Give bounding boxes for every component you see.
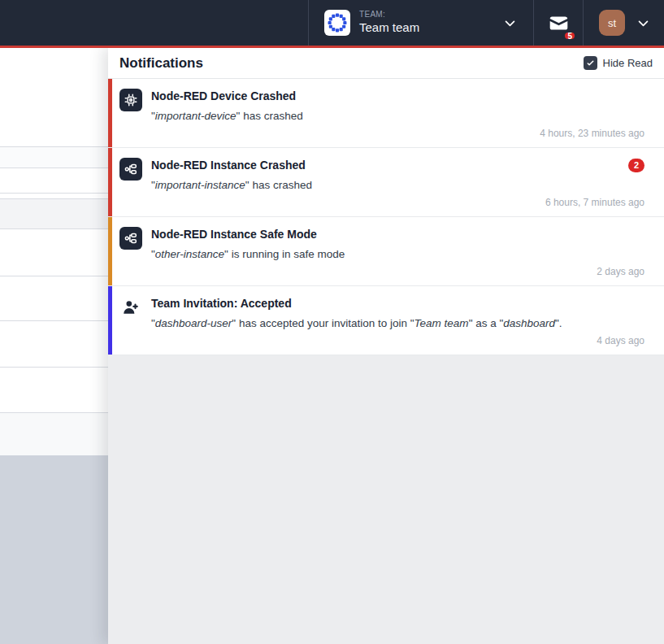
nr-instance-icon [119, 227, 142, 250]
navbar-empty-area [0, 0, 308, 46]
notification-item[interactable]: Node-RED Device Crashed "important-devic… [108, 79, 664, 148]
notification-title: Node-RED Device Crashed [151, 89, 296, 103]
chevron-down-icon [636, 16, 650, 30]
alert-banner-line [0, 46, 664, 48]
notification-timestamp: 4 days ago [597, 335, 644, 346]
notification-item[interactable]: Node-RED Instance Safe Mode "other-insta… [108, 217, 664, 286]
notification-message: "important-device" has crashed [151, 109, 644, 124]
user-avatar: st [599, 10, 625, 36]
notification-title: Node-RED Instance Crashed [151, 158, 306, 172]
team-identicon-icon [324, 10, 350, 36]
user-add-icon [119, 296, 142, 319]
nr-instance-icon [119, 158, 142, 181]
team-label: TEAM: [359, 10, 419, 20]
team-selector[interactable]: TEAM: Team team [309, 0, 533, 46]
unread-count-badge: 5 [562, 30, 577, 41]
notification-accent-bar [108, 79, 112, 147]
notification-accent-bar [108, 148, 112, 216]
notification-accent-bar [108, 217, 112, 285]
notification-message: "important-instance" has crashed [151, 178, 644, 193]
device-chip-icon [119, 89, 142, 111]
notification-item[interactable]: Team Invitation: Accepted "dashboard-use… [108, 286, 664, 355]
notification-accent-bar [108, 286, 112, 355]
app-screen: TEAM: Team team 5 st [0, 0, 664, 644]
notification-timestamp: 2 days ago [597, 266, 644, 277]
top-navbar: TEAM: Team team 5 st [0, 0, 664, 46]
notification-item[interactable]: Node-RED Instance Crashed 2 "important-i… [108, 148, 664, 217]
notifications-panel: Notifications Hide Read Node-RED Device … [108, 48, 664, 644]
notification-message: "other-instance" is running in safe mode [151, 247, 644, 262]
hide-read-label: Hide Read [603, 57, 653, 69]
notification-count-badge: 2 [628, 159, 644, 172]
notification-list: Node-RED Device Crashed "important-devic… [108, 79, 664, 355]
hide-read-checkbox[interactable] [584, 56, 597, 70]
notification-title: Node-RED Instance Safe Mode [151, 227, 317, 242]
user-menu[interactable]: st [584, 0, 664, 46]
notification-message: "dashboard-user" has accepted your invit… [151, 316, 644, 331]
panel-title: Notifications [119, 55, 203, 72]
chevron-down-icon [503, 16, 517, 30]
notifications-button[interactable]: 5 [534, 0, 583, 46]
notification-title: Team Invitation: Accepted [151, 296, 292, 311]
notification-timestamp: 6 hours, 7 minutes ago [545, 197, 644, 208]
hide-read-toggle[interactable]: Hide Read [584, 56, 653, 70]
notifications-panel-header: Notifications Hide Read [108, 48, 664, 79]
team-name: Team team [359, 20, 419, 36]
notification-timestamp: 4 hours, 23 minutes ago [540, 128, 644, 139]
